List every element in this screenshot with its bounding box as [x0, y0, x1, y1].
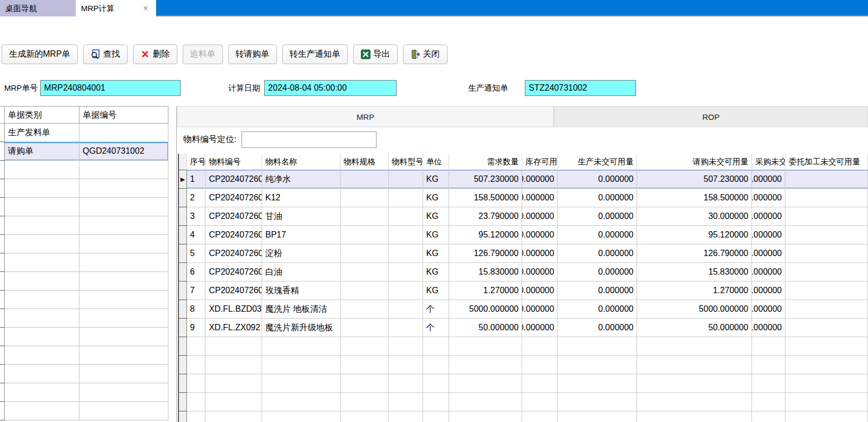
- cell[interactable]: [5, 346, 79, 365]
- column-header[interactable]: 生产未交可用量: [558, 154, 637, 170]
- cell[interactable]: 0.000000: [522, 263, 558, 282]
- column-header[interactable]: 物料规格: [341, 154, 389, 170]
- cell[interactable]: [79, 216, 168, 235]
- cell[interactable]: CP2024072600: [205, 263, 262, 282]
- column-header[interactable]: 库存可用量: [522, 154, 558, 170]
- cell[interactable]: [262, 337, 341, 356]
- cell[interactable]: [79, 235, 168, 253]
- cell[interactable]: [389, 226, 423, 244]
- cell[interactable]: [522, 411, 558, 422]
- cell[interactable]: [423, 411, 449, 422]
- cell[interactable]: CP2024072600: [205, 226, 262, 244]
- cell[interactable]: 0.000000: [558, 263, 637, 282]
- row-selector[interactable]: [0, 198, 5, 216]
- column-header[interactable]: 单位: [423, 154, 449, 170]
- cell[interactable]: 0.000000: [558, 300, 637, 319]
- cell[interactable]: [79, 365, 168, 383]
- cell[interactable]: CP2024072600: [205, 189, 262, 207]
- cell[interactable]: [341, 411, 389, 422]
- cell[interactable]: [341, 300, 389, 319]
- cell[interactable]: XD.FL.BZD031: [205, 300, 262, 319]
- table-row[interactable]: 6CP2024072600白油KG15.8300000.0000000.0000…: [179, 263, 868, 282]
- column-header[interactable]: 请购未交可用量: [637, 154, 752, 170]
- cell[interactable]: [449, 374, 522, 393]
- cell[interactable]: [205, 393, 262, 411]
- table-row[interactable]: 9XD.FL.ZX092魔洗片新升级地板个50.0000000.0000000.…: [179, 319, 868, 337]
- cell[interactable]: 7: [187, 282, 206, 300]
- cell[interactable]: BP17: [262, 226, 341, 244]
- row-selector[interactable]: [0, 309, 5, 328]
- column-header[interactable]: 物料编号: [205, 154, 262, 170]
- cell[interactable]: 95.120000: [637, 226, 752, 244]
- document-list-row[interactable]: [0, 365, 168, 383]
- cell[interactable]: [341, 282, 389, 300]
- table-row[interactable]: 4CP2024072600BP17KG95.1200000.0000000.00…: [179, 226, 868, 244]
- cell[interactable]: [5, 291, 79, 309]
- cell[interactable]: 0.000000: [752, 244, 785, 263]
- row-selector[interactable]: [179, 282, 187, 300]
- cell[interactable]: [785, 207, 868, 226]
- table-row[interactable]: 2CP2024072600K12KG158.5000000.0000000.00…: [179, 189, 868, 207]
- cell[interactable]: 126.790000: [637, 244, 752, 263]
- document-list-row[interactable]: [0, 235, 168, 253]
- cell[interactable]: [187, 337, 206, 356]
- close-icon[interactable]: ×: [141, 4, 150, 13]
- table-row[interactable]: [179, 374, 868, 393]
- row-selector[interactable]: [179, 319, 187, 337]
- cell[interactable]: [389, 282, 423, 300]
- row-selector[interactable]: [0, 383, 5, 402]
- cell[interactable]: 0.000000: [558, 226, 637, 244]
- cell[interactable]: [785, 356, 868, 374]
- cell[interactable]: 15.830000: [449, 263, 522, 282]
- cell[interactable]: [423, 393, 449, 411]
- row-selector[interactable]: [0, 124, 5, 142]
- row-selector[interactable]: [179, 300, 187, 319]
- cell[interactable]: [205, 411, 262, 422]
- cell[interactable]: 0.000000: [522, 282, 558, 300]
- row-selector[interactable]: [0, 365, 5, 383]
- cell[interactable]: 0.000000: [558, 189, 637, 207]
- cell[interactable]: CP2024072600: [205, 244, 262, 263]
- cell[interactable]: 甘油: [262, 207, 341, 226]
- cell[interactable]: 9: [187, 319, 206, 337]
- row-selector[interactable]: [179, 337, 187, 356]
- cell[interactable]: [389, 393, 423, 411]
- cell[interactable]: [637, 356, 752, 374]
- cell[interactable]: 0.000000: [522, 319, 558, 337]
- cell[interactable]: [637, 374, 752, 393]
- cell[interactable]: 0.000000: [752, 282, 785, 300]
- delete-button[interactable]: ✕ 删除: [133, 45, 177, 64]
- cell[interactable]: [79, 328, 168, 346]
- cell[interactable]: [5, 365, 79, 383]
- cell[interactable]: 0.000000: [752, 189, 785, 207]
- cell[interactable]: [389, 411, 423, 422]
- cell[interactable]: [389, 263, 423, 282]
- cell[interactable]: [341, 189, 389, 207]
- row-selector[interactable]: [0, 142, 5, 161]
- cell[interactable]: [79, 179, 168, 198]
- cell[interactable]: 1.270000: [637, 282, 752, 300]
- document-list-row[interactable]: [0, 198, 168, 216]
- cell[interactable]: [637, 411, 752, 422]
- table-row[interactable]: 3CP2024072600甘油KG23.7900000.0000000.0000…: [179, 207, 868, 226]
- cell[interactable]: [558, 374, 637, 393]
- document-list-row[interactable]: [0, 291, 168, 309]
- cell[interactable]: 23.790000: [449, 207, 522, 226]
- cell[interactable]: [205, 337, 262, 356]
- cell[interactable]: [423, 337, 449, 356]
- column-header[interactable]: 物料名称: [262, 154, 341, 170]
- cell[interactable]: 生产发料单: [5, 124, 79, 142]
- cell[interactable]: [785, 244, 868, 263]
- cell[interactable]: [5, 161, 79, 179]
- cell[interactable]: [341, 356, 389, 374]
- cell[interactable]: 淀粉: [262, 244, 341, 263]
- cell[interactable]: [785, 374, 868, 393]
- cell[interactable]: 请购单: [5, 142, 79, 161]
- cell[interactable]: [522, 374, 558, 393]
- table-row[interactable]: [179, 393, 868, 411]
- cell[interactable]: 1.270000: [449, 282, 522, 300]
- cell[interactable]: [522, 393, 558, 411]
- tab-mrp[interactable]: MRP: [177, 106, 554, 127]
- cell[interactable]: 95.120000: [449, 226, 522, 244]
- document-list-row[interactable]: [0, 179, 168, 198]
